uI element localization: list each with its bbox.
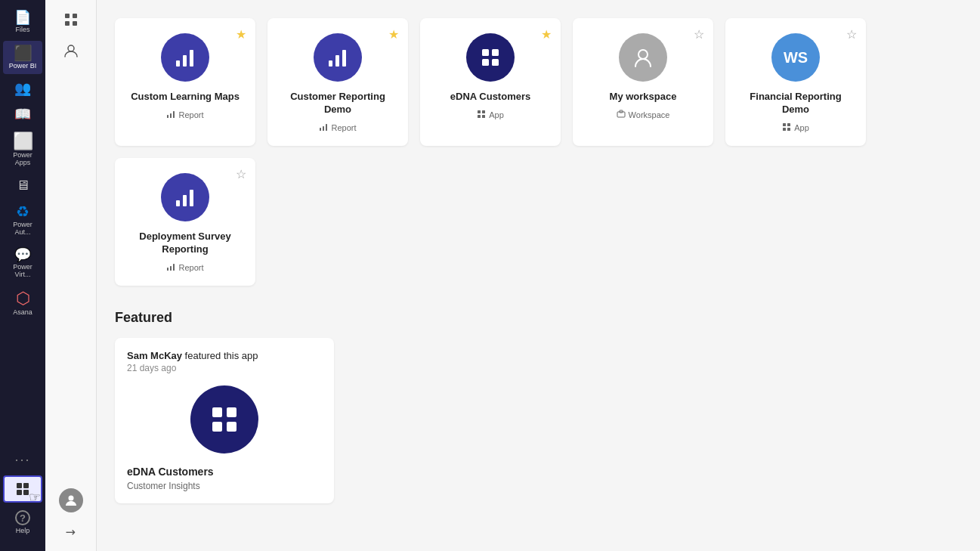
people-icon: 👥 — [14, 82, 31, 95]
card-icon-deployment — [161, 173, 209, 221]
svg-rect-7 — [73, 21, 77, 26]
card-icon-financial: WS — [771, 33, 820, 82]
star-deployment-survey[interactable]: ☆ — [236, 167, 246, 181]
powerbi-label: Power BI — [9, 62, 37, 70]
sidebar-item-book[interactable]: 📖 — [3, 103, 42, 125]
svg-rect-18 — [342, 50, 346, 67]
book-icon: 📖 — [14, 107, 31, 121]
svg-point-9 — [68, 496, 73, 501]
app-meta-icon-edna — [477, 110, 486, 121]
report-icon-2 — [326, 45, 350, 70]
help-button[interactable]: ? Help — [3, 506, 42, 539]
files-label: Files — [15, 26, 29, 33]
card-title-custom-learning: Custom Learning Maps — [131, 91, 240, 104]
svg-rect-13 — [167, 115, 168, 118]
svg-rect-17 — [335, 55, 339, 67]
card-meta-deployment: Report — [166, 262, 203, 274]
star-customer-reporting[interactable]: ★ — [388, 27, 399, 42]
star-my-workspace[interactable]: ☆ — [694, 27, 704, 42]
svg-rect-3 — [23, 490, 29, 495]
svg-rect-37 — [176, 200, 180, 206]
svg-rect-14 — [170, 113, 172, 118]
svg-rect-39 — [190, 190, 193, 206]
svg-rect-11 — [183, 55, 187, 67]
featured-icon-wrap — [127, 385, 322, 453]
help-label: Help — [16, 527, 30, 534]
featured-title: Featured — [115, 310, 962, 326]
svg-rect-41 — [170, 266, 172, 271]
sidebar-item-monitor[interactable]: 🖥 — [3, 174, 42, 197]
card-title-deployment: Deployment Survey Reporting — [127, 231, 243, 256]
sidebar-people-button[interactable] — [51, 36, 91, 65]
powervirtual-label: Power Virt... — [6, 263, 39, 278]
svg-rect-29 — [482, 115, 485, 118]
svg-rect-34 — [787, 123, 790, 126]
star-custom-learning[interactable]: ★ — [236, 27, 246, 42]
featured-author-text: Sam McKay featured this app — [127, 350, 322, 361]
sidebar-item-powervirtual[interactable]: 💬 Power Virt... — [3, 243, 42, 283]
svg-rect-12 — [190, 50, 193, 67]
svg-rect-1 — [23, 483, 29, 488]
svg-rect-40 — [167, 268, 168, 271]
sidebar-item-files[interactable]: 📄 Files — [3, 6, 42, 38]
report-meta-icon-1 — [166, 110, 175, 121]
card-deployment-survey[interactable]: ☆ Deployment Survey Reporting Report — [115, 158, 255, 286]
svg-rect-10 — [176, 60, 180, 67]
sidebar-expand-button[interactable]: ↗ — [66, 525, 76, 545]
card-meta-edna: App — [477, 110, 504, 121]
sidebar-item-asana[interactable]: ⬡ Asana — [3, 286, 42, 320]
featured-time: 21 days ago — [127, 363, 322, 373]
svg-rect-28 — [478, 115, 481, 118]
card-customer-reporting[interactable]: ★ Customer Reporting Demo Report — [267, 18, 408, 146]
featured-card[interactable]: Sam McKay featured this app 21 days ago … — [115, 338, 334, 503]
star-financial-reporting[interactable]: ☆ — [846, 27, 857, 42]
icon-bar: 📄 Files ⬛ Power BI 👥 📖 ⬜ Power Apps 🖥 ♻ … — [0, 0, 45, 551]
svg-rect-6 — [65, 21, 70, 26]
help-icon: ? — [15, 510, 30, 525]
svg-rect-21 — [326, 124, 327, 131]
card-icon-workspace — [619, 33, 667, 82]
card-title-edna: eDNA Customers — [450, 91, 530, 104]
sidebar-item-powerbi[interactable]: ⬛ Power BI — [3, 41, 42, 74]
report-icon-deployment — [173, 185, 197, 209]
card-meta-type-deployment: Report — [178, 263, 203, 272]
sidebar-item-powerautomate[interactable]: ♻ Power Aut... — [3, 200, 42, 240]
svg-rect-4 — [65, 14, 70, 18]
card-title-customer-reporting: Customer Reporting Demo — [280, 91, 396, 116]
asana-icon: ⬡ — [16, 290, 30, 307]
svg-rect-0 — [17, 483, 22, 488]
svg-rect-26 — [478, 110, 481, 113]
card-icon-customer-reporting — [314, 33, 362, 82]
card-my-workspace[interactable]: ☆ My workspace Workspace — [573, 18, 713, 146]
more-apps-button[interactable]: ··· — [3, 447, 42, 472]
card-financial-reporting[interactable]: ☆ WS Financial Reporting Demo App — [725, 18, 866, 146]
card-icon-custom-learning — [161, 33, 209, 82]
card-meta-type-2: Report — [331, 123, 356, 132]
sidebar-item-people[interactable]: 👥 — [3, 77, 42, 100]
svg-rect-33 — [783, 123, 786, 126]
svg-rect-5 — [73, 14, 77, 18]
card-meta-type-1: Report — [178, 110, 203, 119]
sidebar-item-powerapps[interactable]: ⬜ Power Apps — [3, 128, 42, 171]
report-meta-icon-deployment — [166, 262, 175, 274]
card-title-workspace: My workspace — [610, 91, 677, 104]
featured-author-name: Sam McKay — [127, 350, 182, 361]
app-meta-icon-financial — [782, 122, 791, 134]
powerbi-icon: ⬛ — [14, 45, 32, 60]
svg-point-30 — [638, 50, 648, 59]
user-avatar[interactable] — [59, 488, 83, 512]
more-icon: ··· — [14, 452, 30, 468]
star-edna-customers[interactable]: ★ — [541, 27, 552, 42]
card-title-financial: Financial Reporting Demo — [737, 91, 854, 116]
featured-section: Featured Sam McKay featured this app 21 … — [115, 310, 962, 503]
sidebar-grid-button[interactable] — [51, 6, 91, 33]
card-meta-customer-reporting: Report — [319, 122, 356, 134]
svg-rect-46 — [227, 422, 236, 432]
svg-rect-42 — [173, 264, 175, 271]
waffle-menu-button[interactable]: ☞ — [3, 475, 42, 503]
card-edna-customers[interactable]: ★ eDNA Customers App — [420, 18, 561, 146]
card-meta-custom-learning: Report — [166, 110, 203, 121]
svg-rect-25 — [492, 59, 499, 66]
card-custom-learning[interactable]: ★ Custom Learning Maps Report — [115, 18, 255, 146]
card-meta-type-edna: App — [489, 110, 504, 119]
